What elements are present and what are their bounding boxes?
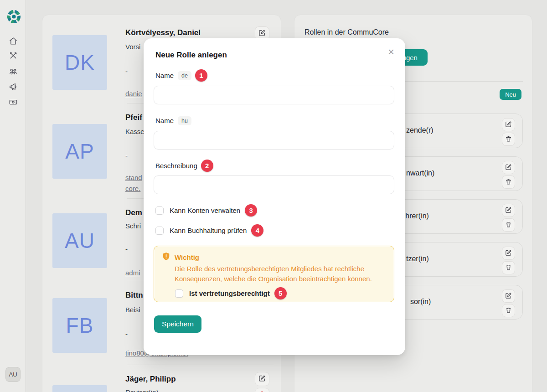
checkbox-label: Kann Konten verwalten bbox=[170, 206, 240, 214]
member-phone-placeholder: - bbox=[125, 67, 128, 75]
member-name: Bittn bbox=[125, 291, 143, 300]
edit-role-button[interactable] bbox=[502, 247, 515, 260]
delete-role-button[interactable] bbox=[502, 175, 515, 189]
manage-accounts-row: Kann Konten verwalten 3 bbox=[155, 204, 257, 217]
step-badge-3: 3 bbox=[245, 204, 257, 217]
edit-icon bbox=[505, 164, 512, 172]
home-icon[interactable] bbox=[9, 36, 18, 46]
trash-icon bbox=[505, 264, 512, 272]
new-badge: Neu bbox=[500, 89, 521, 100]
sidebar: AU bbox=[0, 0, 26, 392]
member-phone-placeholder: - bbox=[125, 152, 128, 160]
warning-header: Wichtig bbox=[162, 252, 199, 263]
warning-body: Die Rolle des vertretungsberechtigten Mi… bbox=[175, 264, 398, 284]
name-hu-input[interactable] bbox=[154, 131, 394, 150]
checkbox-label: Ist vertretungsberechtigt bbox=[189, 289, 270, 297]
member-role: Beisi bbox=[125, 306, 140, 314]
close-icon[interactable]: × bbox=[388, 46, 394, 57]
edit-icon bbox=[258, 29, 266, 38]
tools-icon[interactable] bbox=[9, 51, 18, 60]
save-button[interactable]: Speichern bbox=[154, 315, 201, 333]
member-name: Dem bbox=[125, 208, 142, 217]
member-name: Pfeif bbox=[125, 113, 142, 122]
member-email-link[interactable]: core. bbox=[125, 185, 140, 192]
authorized-representative-checkbox[interactable] bbox=[175, 289, 183, 298]
step-badge-2: 2 bbox=[201, 160, 213, 172]
description-label-row: Beschreibung 2 bbox=[155, 160, 213, 172]
current-user-avatar[interactable]: AU bbox=[5, 367, 21, 382]
audit-accounting-row: Kann Buchhaltung prüfen 4 bbox=[155, 224, 263, 237]
edit-icon bbox=[505, 292, 512, 300]
edit-icon bbox=[505, 249, 512, 258]
language-badge-de: de bbox=[178, 71, 191, 80]
description-input[interactable] bbox=[154, 175, 394, 194]
step-badge-1: 1 bbox=[195, 69, 207, 82]
member-phone-placeholder: - bbox=[125, 245, 128, 253]
member-name: Jäger, Philipp bbox=[125, 375, 176, 384]
delete-role-button[interactable] bbox=[502, 218, 515, 232]
step-badge-5: 5 bbox=[274, 287, 287, 299]
member-role: Vorsi bbox=[125, 43, 140, 51]
field-label: Name bbox=[155, 117, 174, 124]
banknote-icon[interactable] bbox=[9, 98, 18, 107]
edit-role-button[interactable] bbox=[502, 289, 515, 303]
member-phone-placeholder: - bbox=[125, 330, 128, 338]
roles-panel-title: Rollen in der CommuCore bbox=[304, 28, 389, 36]
delete-role-button[interactable] bbox=[502, 261, 515, 274]
members-icon[interactable] bbox=[9, 67, 18, 76]
member-email-link[interactable]: admi bbox=[125, 269, 140, 277]
step-badge-4: 4 bbox=[251, 224, 263, 237]
commucore-logo-icon bbox=[6, 9, 22, 25]
create-role-modal: Neue Rolle anlegen × Name de 1 Name hu B… bbox=[144, 38, 405, 355]
name-de-label-row: Name de 1 bbox=[155, 69, 207, 82]
trash-icon bbox=[505, 221, 512, 229]
shield-warning-icon bbox=[162, 252, 170, 263]
delete-role-button[interactable] bbox=[502, 133, 515, 146]
role-name: nwart(in) bbox=[406, 169, 434, 177]
avatar: AP bbox=[52, 124, 107, 179]
edit-role-button[interactable] bbox=[502, 161, 515, 174]
avatar: DK bbox=[52, 35, 107, 90]
modal-title: Neue Rolle anlegen bbox=[155, 51, 227, 60]
member-role: Schri bbox=[125, 222, 141, 230]
edit-role-button[interactable] bbox=[502, 118, 515, 131]
member-name: Körtvélyessy, Daniel bbox=[125, 28, 201, 37]
avatar: AU bbox=[52, 213, 107, 268]
member-email-link[interactable]: stand bbox=[125, 174, 142, 181]
edit-icon bbox=[258, 375, 266, 383]
manage-accounts-checkbox[interactable] bbox=[155, 206, 164, 215]
member-email-link[interactable]: danie bbox=[125, 90, 142, 98]
trash-icon bbox=[505, 307, 512, 315]
name-hu-label-row: Name hu bbox=[155, 114, 191, 127]
member-role: Revisor(in) bbox=[125, 388, 159, 392]
language-badge-hu: hu bbox=[178, 116, 191, 125]
name-de-input[interactable] bbox=[154, 86, 394, 104]
trash-icon bbox=[505, 178, 512, 186]
edit-member-button[interactable] bbox=[255, 372, 269, 386]
field-label: Beschreibung bbox=[155, 162, 197, 170]
delete-role-button[interactable] bbox=[502, 304, 515, 317]
edit-role-button[interactable] bbox=[502, 204, 515, 217]
authorized-representative-row: Ist vertretungsberechtigt 5 bbox=[175, 287, 287, 299]
member-role: Kasse bbox=[125, 128, 144, 135]
megaphone-icon[interactable] bbox=[9, 82, 18, 91]
trash-icon bbox=[505, 135, 512, 144]
warning-box: Wichtig Die Rolle des vertretungsberecht… bbox=[154, 246, 394, 302]
delete-member-button[interactable] bbox=[255, 388, 269, 392]
avatar: FB bbox=[52, 298, 107, 353]
edit-icon bbox=[505, 121, 512, 129]
warning-title: Wichtig bbox=[175, 253, 199, 261]
field-label: Name bbox=[155, 72, 174, 79]
edit-icon bbox=[505, 206, 512, 215]
avatar bbox=[52, 385, 107, 392]
role-name: zende(r) bbox=[406, 126, 433, 134]
role-name: sor(in) bbox=[410, 298, 431, 306]
checkbox-label: Kann Buchhaltung prüfen bbox=[170, 227, 247, 234]
audit-accounting-checkbox[interactable] bbox=[155, 227, 164, 235]
role-name: tzer(in) bbox=[406, 255, 429, 263]
member-divider bbox=[127, 365, 274, 365]
